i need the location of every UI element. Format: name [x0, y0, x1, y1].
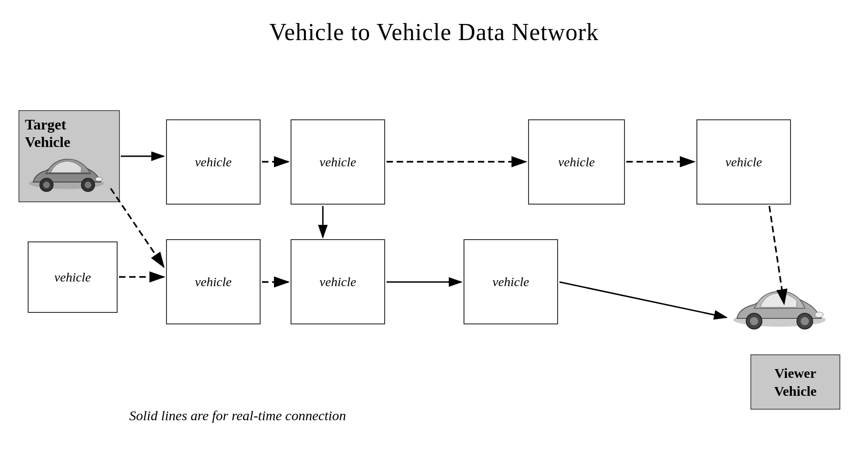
vehicle-box-b0: vehicle [28, 241, 118, 313]
vehicle-box-t4: vehicle [696, 119, 791, 205]
solid-lines-note: Solid lines are for real-time connection [129, 408, 346, 423]
svg-point-9 [750, 317, 758, 325]
vehicle-box-t2: vehicle [291, 119, 385, 205]
viewer-car-image [729, 285, 830, 331]
svg-line-25 [559, 282, 726, 317]
vehicle-box-t1: vehicle [166, 119, 261, 205]
arrows-diagram [0, 59, 868, 437]
svg-point-2 [43, 182, 50, 188]
target-car-image [25, 153, 108, 194]
vehicle-box-b3: vehicle [464, 239, 558, 324]
diagram-area: TargetVehicle vehicle vehicle vehicle [0, 59, 868, 437]
vehicle-box-b1: vehicle [166, 239, 261, 324]
page-title: Vehicle to Vehicle Data Network [0, 0, 868, 59]
svg-point-4 [85, 182, 91, 188]
viewer-vehicle-box: ViewerVehicle [750, 354, 840, 410]
svg-point-12 [815, 312, 823, 317]
target-vehicle-box: TargetVehicle [18, 110, 120, 202]
vehicle-box-t3: vehicle [528, 119, 625, 205]
svg-point-5 [95, 177, 102, 181]
vehicle-box-b2: vehicle [291, 239, 385, 324]
viewer-vehicle-label: ViewerVehicle [774, 364, 816, 400]
svg-point-11 [801, 317, 809, 325]
target-vehicle-label: TargetVehicle [25, 116, 70, 151]
